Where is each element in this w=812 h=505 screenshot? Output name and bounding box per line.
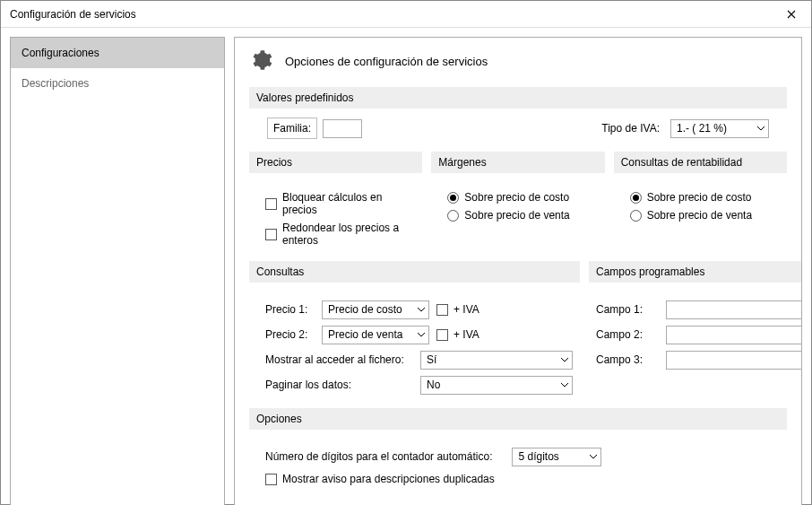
check-label: + IVA xyxy=(454,303,479,316)
paginar-select[interactable]: No xyxy=(420,376,573,395)
familia-input[interactable] xyxy=(323,119,362,138)
precio2-value: Precio de venta xyxy=(328,328,402,341)
sidebar: Configuraciones Descripciones xyxy=(10,37,225,505)
check-aviso-duplicadas[interactable]: Mostrar aviso para descripciones duplica… xyxy=(265,473,780,485)
chevron-down-icon xyxy=(584,453,597,460)
gear-icon xyxy=(249,48,272,74)
radio-icon xyxy=(630,210,642,222)
section-opciones-head: Opciones xyxy=(249,408,787,430)
chevron-down-icon xyxy=(556,356,568,363)
campo3-label: Campo 3: xyxy=(596,353,659,366)
check-redondear[interactable]: Redondear los precios a enteros xyxy=(265,222,415,247)
campo1-input[interactable] xyxy=(666,300,802,319)
precio1-value: Precio de costo xyxy=(328,303,402,316)
precio1-select[interactable]: Precio de costo xyxy=(322,300,429,319)
radio-rent-venta[interactable]: Sobre precio de venta xyxy=(630,209,780,222)
radio-icon xyxy=(447,210,459,222)
campo2-input[interactable] xyxy=(666,326,802,344)
digitos-select[interactable]: 5 dígitos xyxy=(512,448,601,466)
content-panel: Opciones de configuración de servicios V… xyxy=(234,37,802,505)
radio-margen-venta[interactable]: Sobre precio de venta xyxy=(447,209,597,222)
paginar-label: Paginar los datos: xyxy=(265,379,413,391)
precio2-label: Precio 2: xyxy=(265,328,315,341)
chevron-down-icon xyxy=(412,306,425,313)
mostrar-label: Mostrar al acceder al fichero: xyxy=(265,353,413,366)
chevron-down-icon xyxy=(752,125,764,132)
chevron-down-icon xyxy=(556,381,568,388)
iva-select[interactable]: 1.- ( 21 %) xyxy=(670,119,769,138)
section-valores-head: Valores predefinidos xyxy=(249,87,787,109)
campo3-input[interactable] xyxy=(666,351,802,370)
campo2-label: Campo 2: xyxy=(596,328,659,341)
page-title: Opciones de configuración de servicios xyxy=(285,55,488,68)
content-header: Opciones de configuración de servicios xyxy=(249,48,787,74)
check-label: + IVA xyxy=(454,328,479,341)
radio-icon xyxy=(630,192,642,204)
radio-rent-costo[interactable]: Sobre precio de costo xyxy=(630,191,780,204)
chevron-down-icon xyxy=(412,331,425,338)
titlebar: Configuración de servicios xyxy=(1,1,811,28)
check-precio2-iva[interactable]: + IVA xyxy=(436,328,479,341)
iva-value: 1.- ( 21 %) xyxy=(677,122,727,135)
section-precios-head: Precios xyxy=(249,152,422,173)
sidebar-item-configuraciones[interactable]: Configuraciones xyxy=(11,38,224,68)
radio-label: Sobre precio de costo xyxy=(647,191,752,204)
check-label: Mostrar aviso para descripciones duplica… xyxy=(282,473,495,485)
section-campos-head: Campos programables xyxy=(589,261,802,283)
familia-label: Familia: xyxy=(267,118,317,139)
section-consultas-head: Consultas xyxy=(249,261,580,283)
paginar-value: No xyxy=(427,379,440,391)
checkbox-icon xyxy=(436,329,448,341)
checkbox-icon xyxy=(436,304,448,316)
iva-label: Tipo de IVA: xyxy=(601,122,660,135)
close-icon xyxy=(787,10,796,19)
close-button[interactable] xyxy=(772,1,811,28)
radio-icon xyxy=(447,192,459,204)
checkbox-icon xyxy=(265,474,277,485)
check-label: Bloquear cálculos en precios xyxy=(282,191,415,216)
radio-label: Sobre precio de venta xyxy=(647,209,752,222)
radio-label: Sobre precio de costo xyxy=(464,191,569,204)
check-precio1-iva[interactable]: + IVA xyxy=(436,303,479,316)
section-margenes-head: Márgenes xyxy=(431,152,604,173)
check-bloquear[interactable]: Bloquear cálculos en precios xyxy=(265,191,415,216)
digitos-label: Número de dígitos para el contador autom… xyxy=(265,450,492,463)
dialog-window: Configuración de servicios Configuracion… xyxy=(0,0,812,505)
checkbox-icon xyxy=(265,198,277,210)
radio-label: Sobre precio de venta xyxy=(464,209,569,222)
radio-margen-costo[interactable]: Sobre precio de costo xyxy=(447,191,597,204)
sidebar-item-label: Configuraciones xyxy=(22,47,99,59)
window-title: Configuración de servicios xyxy=(10,8,772,21)
campo1-label: Campo 1: xyxy=(596,303,659,316)
precio1-label: Precio 1: xyxy=(265,303,315,316)
sidebar-item-descripciones[interactable]: Descripciones xyxy=(11,68,224,99)
digitos-value: 5 dígitos xyxy=(518,450,558,463)
checkbox-icon xyxy=(265,229,277,240)
mostrar-select[interactable]: Sí xyxy=(420,351,573,370)
check-label: Redondear los precios a enteros xyxy=(282,222,415,247)
sidebar-item-label: Descripciones xyxy=(22,77,89,90)
mostrar-value: Sí xyxy=(427,353,436,366)
section-rentabilidad-head: Consultas de rentabilidad xyxy=(614,152,787,173)
precio2-select[interactable]: Precio de venta xyxy=(322,326,429,344)
